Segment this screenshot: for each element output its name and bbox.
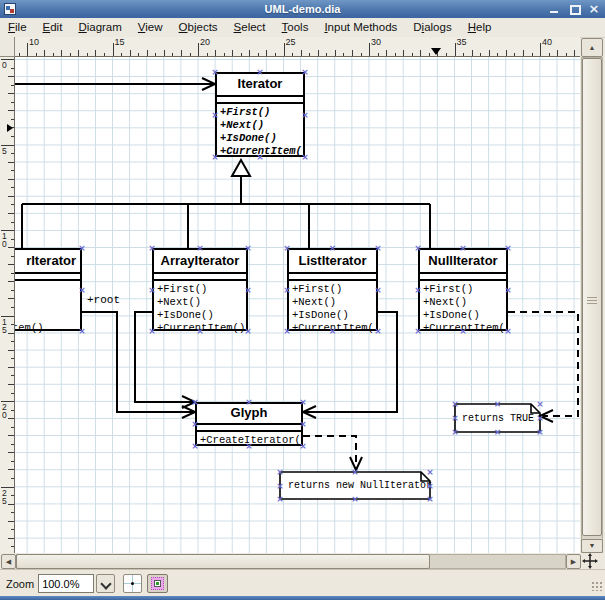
vruler-label: 5 bbox=[2, 147, 7, 155]
hruler-label: 40 bbox=[542, 37, 552, 47]
ruler-corner bbox=[0, 37, 15, 57]
connection-point: × bbox=[426, 467, 434, 477]
class-name: ArrayIterator bbox=[154, 250, 246, 274]
connection-point: × bbox=[191, 419, 199, 429]
right-arrow-icon: ▶ bbox=[567, 555, 580, 568]
hruler-label: 35 bbox=[457, 37, 467, 47]
vruler-label: 1 5 bbox=[2, 318, 7, 334]
left-arrow-icon: ◀ bbox=[2, 555, 15, 568]
up-arrow-icon: ▲ bbox=[582, 39, 602, 56]
connection-point: × bbox=[148, 284, 156, 294]
class-operations: tem() bbox=[15, 281, 80, 335]
dia-app-icon bbox=[4, 3, 16, 15]
connection-point: × bbox=[148, 243, 156, 253]
uml-class-listiterator[interactable]: ListIterator+First() +Next() +IsDone() +… bbox=[287, 248, 378, 331]
snap-to-objects-toggle[interactable] bbox=[147, 574, 168, 593]
menu-tools[interactable]: Tools bbox=[274, 19, 317, 36]
connection-point: × bbox=[78, 284, 86, 294]
connection-point: × bbox=[414, 326, 422, 336]
menu-diagram[interactable]: Diagram bbox=[70, 19, 129, 36]
connection-point: × bbox=[301, 67, 309, 77]
connection-point: × bbox=[256, 67, 264, 77]
scroll-down-button[interactable]: ▼ bbox=[581, 539, 603, 553]
menu-edit[interactable]: Edit bbox=[35, 19, 71, 36]
uml-class-arrayiterator[interactable]: ArrayIterator+First() +Next() +IsDone() … bbox=[152, 248, 248, 331]
menu-select[interactable]: Select bbox=[226, 19, 274, 36]
menu-objects[interactable]: Objects bbox=[171, 19, 226, 36]
connection-point: × bbox=[451, 399, 459, 409]
scroll-left-button[interactable]: ◀ bbox=[1, 554, 16, 569]
connection-point: × bbox=[299, 397, 307, 407]
connection-point: × bbox=[504, 243, 512, 253]
connection-point: × bbox=[191, 441, 199, 451]
resize-grip[interactable] bbox=[591, 581, 603, 591]
app-window: UML-demo.dia × FileEditDiagramViewObject… bbox=[0, 0, 605, 600]
vertical-scrollbar-thumb[interactable] bbox=[582, 58, 602, 536]
menu-input-methods[interactable]: Input Methods bbox=[316, 19, 405, 36]
minimize-icon[interactable] bbox=[548, 3, 560, 15]
hruler-position-marker bbox=[431, 48, 441, 55]
connection-point: × bbox=[329, 326, 337, 336]
connection-point: × bbox=[301, 109, 309, 119]
zoom-dropdown-button[interactable] bbox=[96, 574, 115, 593]
hruler-label: 15 bbox=[115, 37, 125, 47]
class-attributes bbox=[15, 274, 80, 281]
menu-view[interactable]: View bbox=[130, 19, 171, 36]
uml-note[interactable]: returns TRUE bbox=[462, 413, 534, 424]
zoom-input[interactable] bbox=[38, 574, 94, 593]
connection-point: × bbox=[211, 67, 219, 77]
connection-point: × bbox=[191, 397, 199, 407]
class-operations: +First() +Next() +IsDone() +CurrentItem(… bbox=[217, 104, 303, 158]
hruler-label: 10 bbox=[29, 37, 39, 47]
menu-file[interactable]: File bbox=[0, 19, 35, 36]
zoom-label: Zoom bbox=[6, 578, 34, 590]
scroll-right-button[interactable]: ▶ bbox=[566, 554, 581, 569]
connection-point: × bbox=[148, 326, 156, 336]
pan-cross-icon bbox=[582, 553, 598, 569]
connection-point: × bbox=[276, 467, 284, 477]
pan-button[interactable] bbox=[582, 553, 604, 570]
uml-class-glyph[interactable]: Glyph+CreateIterator() bbox=[195, 402, 303, 446]
connection-point: × bbox=[283, 284, 291, 294]
connection-point: × bbox=[414, 284, 422, 294]
hruler-label: 20 bbox=[200, 37, 210, 47]
scroll-up-button[interactable]: ▲ bbox=[581, 38, 603, 57]
window-bottom-border bbox=[0, 596, 605, 600]
class-name: ListIterator bbox=[289, 250, 376, 274]
maximize-icon[interactable] bbox=[568, 3, 580, 15]
generalization-arrowhead bbox=[232, 160, 250, 176]
connection-point: × bbox=[329, 243, 337, 253]
connection-point: × bbox=[196, 243, 204, 253]
connection-point: × bbox=[283, 326, 291, 336]
connection-point: × bbox=[459, 326, 467, 336]
connection-point: × bbox=[351, 467, 359, 477]
titlebar: UML-demo.dia × bbox=[0, 0, 605, 18]
snap-to-grid-toggle[interactable] bbox=[123, 574, 142, 593]
connection-point: × bbox=[299, 419, 307, 429]
connection-point: × bbox=[244, 284, 252, 294]
connection-point: × bbox=[276, 494, 284, 504]
connection-point: × bbox=[374, 243, 382, 253]
horizontal-scrollbar-thumb[interactable] bbox=[16, 554, 430, 569]
connection-point: × bbox=[244, 326, 252, 336]
connection-point: × bbox=[494, 427, 502, 437]
connection-point: × bbox=[459, 243, 467, 253]
close-icon[interactable]: × bbox=[588, 3, 600, 15]
class-name: rIterator bbox=[15, 250, 80, 274]
connection-point: × bbox=[351, 494, 359, 504]
connection-point: × bbox=[536, 399, 544, 409]
vertical-ruler: 051 01 52 02 5 bbox=[0, 57, 15, 553]
diagram-canvas[interactable]: Iterator+First() +Next() +IsDone() +Curr… bbox=[15, 57, 580, 553]
uml-class-riterator[interactable]: rIterator tem() bbox=[15, 248, 82, 331]
vruler-label: 1 0 bbox=[2, 232, 7, 248]
uml-class-nulliterator[interactable]: NullIterator+First() +Next() +IsDone() +… bbox=[418, 248, 508, 331]
uml-note[interactable]: returns new NullIterator bbox=[288, 480, 432, 491]
menu-dialogs[interactable]: Dialogs bbox=[405, 19, 459, 36]
connection-point: × bbox=[536, 427, 544, 437]
uml-class-iterator[interactable]: Iterator+First() +Next() +IsDone() +Curr… bbox=[215, 72, 305, 157]
menu-help[interactable]: Help bbox=[460, 19, 500, 36]
vruler-label: 0 bbox=[2, 61, 7, 69]
connection-point: × bbox=[426, 494, 434, 504]
class-attributes bbox=[197, 425, 301, 432]
connection-point: × bbox=[301, 152, 309, 162]
